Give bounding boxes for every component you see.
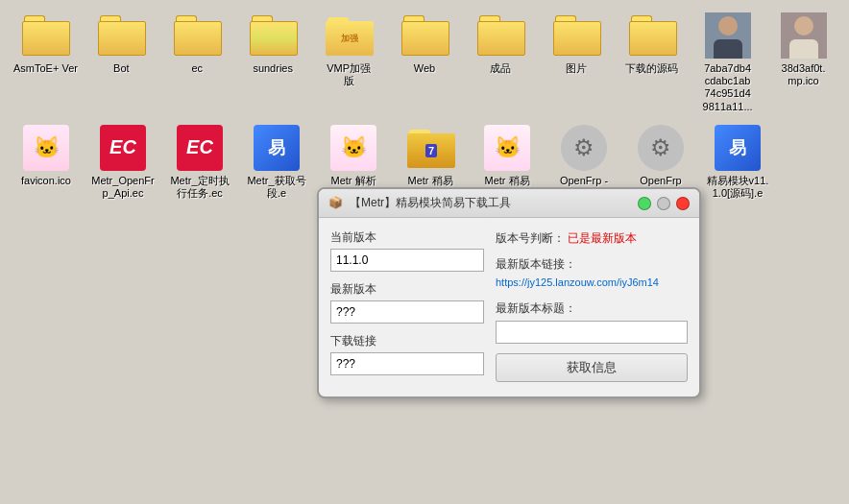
icon-photo2[interactable]: 38d3af0t.mp.ico <box>765 8 841 118</box>
icon-label-TuPian: 图片 <box>566 62 587 75</box>
latest-version-input[interactable] <box>330 300 484 324</box>
current-version-group: 当前版本 <box>330 229 484 272</box>
icon-VMP[interactable]: 加强 VMP加强版 <box>311 8 387 118</box>
icon-label-MetrJingYi2: Metr 稍易 <box>484 175 529 187</box>
icon-label-MetrJieXi: Metr 解析 <box>330 175 376 187</box>
latest-link-label: 最新版本链接： <box>496 257 576 271</box>
icon-JingYiMokuai[interactable]: 易 精易模块v11.1.0[源码].e <box>699 120 776 204</box>
current-version-label: 当前版本 <box>330 229 484 246</box>
modal-title: 【Metr】精易模块简易下载工具 <box>350 195 632 211</box>
modal-btn-maximize[interactable] <box>657 197 670 210</box>
icon-label-photo1: 7aba7db4cdabc1ab74c951d49811a11... <box>703 62 753 113</box>
modal-titlebar: 📦 【Metr】精易模块简易下载工具 <box>319 189 699 218</box>
icon-favicon[interactable]: 🐱 favicon.ico <box>8 120 85 204</box>
latest-title-label: 最新版本标题： <box>496 300 688 317</box>
icon-MetrDingShiZhiXing[interactable]: EC Metr_定时执行任务.ec <box>161 120 238 204</box>
version-check-row: 版本号判断： 已是最新版本 <box>496 229 688 248</box>
get-info-button[interactable]: 获取信息 <box>496 353 688 382</box>
modal-icon: 📦 <box>328 196 344 211</box>
download-link-input[interactable] <box>330 352 484 375</box>
icon-ChengPin[interactable]: 成品 <box>462 8 538 118</box>
icon-TuPian[interactable]: 图片 <box>538 8 614 118</box>
icon-label-ec: ec <box>191 62 203 75</box>
icon-label-ChengPin: 成品 <box>490 62 511 75</box>
modal-dialog: 📦 【Metr】精易模块简易下载工具 当前版本 最新版本 <box>317 187 701 398</box>
latest-version-group: 最新版本 <box>330 281 484 324</box>
latest-link-value: https://jy125.lanzouw.com/iyJ6m14 <box>496 276 659 288</box>
icon-label-VMP: VMP加强版 <box>327 62 371 87</box>
modal-left-panel: 当前版本 最新版本 下载链接 <box>330 229 484 385</box>
icon-Web[interactable]: Web <box>387 8 463 118</box>
version-check-label: 版本号判断： <box>496 231 565 245</box>
icon-label-MetrHuoQu: Metr_获取号段.e <box>243 175 310 200</box>
desktop: AsmToE+ Ver Bot ec sundries <box>0 0 849 504</box>
latest-link-row: 最新版本链接： https://jy125.lanzouw.com/iyJ6m1… <box>496 255 688 292</box>
modal-btn-close[interactable] <box>676 197 690 210</box>
icon-label-MetrDingShiZhiXing: Metr_定时执行任务.ec <box>166 175 233 200</box>
icon-label-Web: Web <box>414 62 435 75</box>
current-version-input[interactable] <box>330 249 484 272</box>
icon-label-Bot: Bot <box>113 62 130 75</box>
icon-label-MetrJingYi1: Metr 稍易 <box>407 175 452 187</box>
icon-label-photo2: 38d3af0t.mp.ico <box>782 62 826 87</box>
latest-version-label: 最新版本 <box>330 281 484 298</box>
latest-title-input[interactable] <box>496 321 688 344</box>
icon-AsmToEVer[interactable]: AsmToE+ Ver <box>8 8 84 118</box>
icon-label-AsmToEVer: AsmToE+ Ver <box>13 62 78 75</box>
icon-label-OpenFrpMinus: OpenFrp - <box>560 175 608 187</box>
icon-label-MetrOpenFrpApi: Metr_OpenFrp_Api.ec <box>89 175 157 200</box>
download-link-group: 下载链接 <box>330 333 484 375</box>
icon-label-OpenFrp: OpenFrp <box>640 175 681 187</box>
modal-body: 当前版本 最新版本 下载链接 <box>319 218 699 396</box>
icon-label-XiaZai: 下载的源码 <box>625 62 678 75</box>
icon-XiaZai[interactable]: 下载的源码 <box>614 8 690 118</box>
download-link-label: 下载链接 <box>330 333 484 349</box>
icon-label-sundries: sundries <box>253 62 293 75</box>
icon-sundries[interactable]: sundries <box>235 8 311 118</box>
icon-MetrOpenFrpApi[interactable]: EC Metr_OpenFrp_Api.ec <box>85 120 161 204</box>
icon-MetrHuoQu[interactable]: 易 Metr_获取号段.e <box>238 120 315 204</box>
modal-btn-minimize[interactable] <box>638 197 651 210</box>
icon-label-favicon: favicon.ico <box>21 175 71 187</box>
icon-ec[interactable]: ec <box>159 8 235 118</box>
version-check-value: 已是最新版本 <box>568 231 637 245</box>
icon-label-JingYiMokuai: 精易模块v11.1.0[源码].e <box>704 175 771 200</box>
modal-right-panel: 版本号判断： 已是最新版本 最新版本链接： https://jy125.lanz… <box>496 229 688 385</box>
icon-Bot[interactable]: Bot <box>84 8 159 118</box>
icon-photo1[interactable]: 7aba7db4cdabc1ab74c951d49811a11... <box>690 8 765 118</box>
